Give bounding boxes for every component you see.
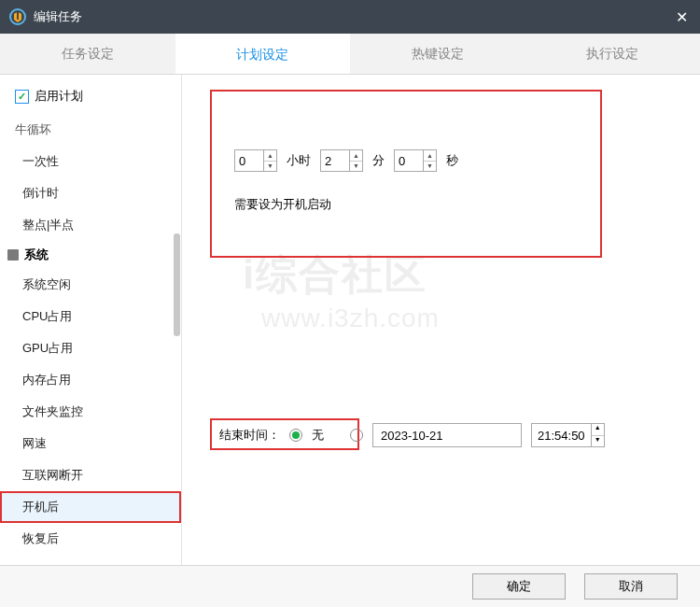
- minutes-unit: 分: [369, 152, 388, 169]
- sidebar-item-resume[interactable]: 恢复后: [0, 523, 181, 555]
- dialog-footer: 确定 取消: [0, 565, 700, 607]
- sidebar: ✓ 启用计划 牛循坏 一次性 倒计时 整点|半点 系统 系统空闲 CPU占用 G…: [0, 75, 182, 565]
- svg-text:T: T: [14, 8, 21, 22]
- boot-note: 需要设为开机启动: [234, 196, 331, 213]
- sidebar-item-mem[interactable]: 内存占用: [0, 364, 181, 396]
- end-time-stepper[interactable]: 21:54:50 ▲ ▼: [531, 423, 605, 447]
- seconds-up-icon[interactable]: ▲: [424, 150, 436, 162]
- sidebar-item-idle[interactable]: 系统空闲: [0, 269, 181, 301]
- time-up-icon[interactable]: ▲: [592, 424, 604, 436]
- enable-plan-row[interactable]: ✓ 启用计划: [0, 88, 181, 114]
- watermark-url: www.i3zh.com: [261, 304, 440, 333]
- sidebar-item-folder[interactable]: 文件夹监控: [0, 396, 181, 428]
- enable-plan-checkbox[interactable]: ✓: [15, 90, 29, 104]
- tab-task[interactable]: 任务设定: [0, 34, 175, 74]
- ok-button[interactable]: 确定: [472, 573, 566, 600]
- seconds-input[interactable]: [395, 150, 423, 171]
- tab-plan[interactable]: 计划设定: [175, 34, 351, 74]
- sidebar-item-boot[interactable]: 开机后: [0, 491, 181, 523]
- hours-up-icon[interactable]: ▲: [264, 150, 276, 162]
- sidebar-item-gpu[interactable]: GPU占用: [0, 332, 181, 364]
- hours-unit: 小时: [283, 152, 315, 169]
- highlight-box-timer: [210, 90, 602, 258]
- close-icon[interactable]: ✕: [672, 8, 691, 26]
- sidebar-category-system[interactable]: 系统: [0, 241, 181, 269]
- minutes-input[interactable]: [321, 150, 349, 171]
- sidebar-item-countdown[interactable]: 倒计时: [0, 177, 181, 209]
- app-logo-icon: T: [9, 8, 26, 25]
- end-time-value[interactable]: 21:54:50: [532, 429, 591, 443]
- end-none-label: 无: [312, 427, 324, 444]
- delay-timer-row: ▲▼ 小时 ▲▼ 分 ▲▼ 秒: [234, 149, 462, 172]
- seconds-stepper[interactable]: ▲▼: [394, 149, 437, 172]
- sidebar-scrollbar[interactable]: [174, 233, 180, 336]
- seconds-down-icon[interactable]: ▼: [424, 162, 436, 172]
- sidebar-item-offline[interactable]: 互联网断开: [0, 459, 181, 491]
- content-pane: i综合社区 www.i3zh.com ▲▼ 小时 ▲▼ 分 ▲▼ 秒 需要设为开…: [182, 75, 700, 565]
- hours-input[interactable]: [235, 150, 263, 171]
- sidebar-item-hourhalf[interactable]: 整点|半点: [0, 209, 181, 241]
- sidebar-item-once[interactable]: 一次性: [0, 146, 181, 177]
- title-bar: T 编辑任务 ✕: [0, 0, 700, 34]
- end-none-radio[interactable]: [289, 429, 302, 442]
- minutes-up-icon[interactable]: ▲: [350, 150, 362, 162]
- tab-exec[interactable]: 执行设定: [525, 34, 701, 74]
- minutes-down-icon[interactable]: ▼: [350, 162, 362, 172]
- time-down-icon[interactable]: ▼: [592, 436, 604, 447]
- collapse-icon: [7, 249, 19, 261]
- end-date-radio[interactable]: [350, 429, 363, 442]
- enable-plan-label: 启用计划: [35, 88, 83, 105]
- end-date-input[interactable]: [372, 423, 522, 447]
- minutes-stepper[interactable]: ▲▼: [320, 149, 363, 172]
- sidebar-item-net[interactable]: 网速: [0, 428, 181, 459]
- sidebar-item-cpu[interactable]: CPU占用: [0, 301, 181, 332]
- tab-hotkey[interactable]: 热键设定: [350, 34, 525, 74]
- hours-down-icon[interactable]: ▼: [264, 162, 276, 172]
- window-title: 编辑任务: [34, 8, 672, 25]
- end-time-label: 结束时间：: [219, 427, 280, 444]
- cancel-button[interactable]: 取消: [584, 573, 678, 600]
- sidebar-item-loop-partial[interactable]: 牛循坏: [0, 114, 181, 146]
- seconds-unit: 秒: [442, 152, 462, 169]
- end-time-row: 结束时间： 无 21:54:50 ▲ ▼: [219, 423, 605, 447]
- hours-stepper[interactable]: ▲▼: [234, 149, 277, 172]
- tab-bar: 任务设定 计划设定 热键设定 执行设定: [0, 34, 700, 75]
